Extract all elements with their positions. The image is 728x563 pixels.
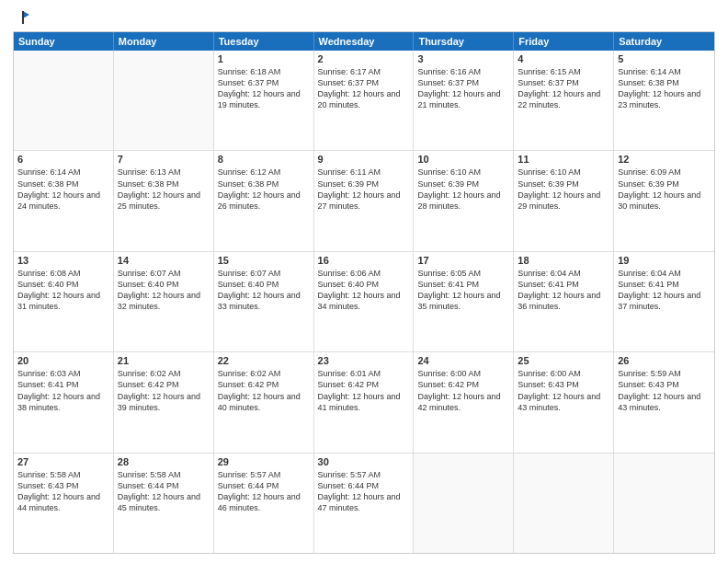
sunset-text: Sunset: 6:37 PM [417,77,509,88]
sunset-text: Sunset: 6:37 PM [318,77,410,88]
day-number: 13 [17,255,109,266]
day-number: 29 [218,456,310,467]
calendar-day-21: 21Sunrise: 6:02 AMSunset: 6:42 PMDayligh… [114,352,214,452]
sunset-text: Sunset: 6:39 PM [417,178,509,190]
sunset-text: Sunset: 6:39 PM [518,178,609,190]
calendar-day-10: 10Sunrise: 6:10 AMSunset: 6:39 PMDayligh… [414,151,514,250]
calendar-empty-cell [514,454,614,553]
day-number: 23 [318,355,410,366]
sunset-text: Sunset: 6:40 PM [218,279,310,290]
daylight-text: Daylight: 12 hours and 31 minutes. [17,290,109,312]
sunset-text: Sunset: 6:40 PM [17,279,109,290]
sunrise-text: Sunrise: 6:06 AM [318,268,410,279]
calendar-day-6: 6Sunrise: 6:14 AMSunset: 6:38 PMDaylight… [14,151,114,250]
sunrise-text: Sunrise: 6:11 AM [318,167,410,178]
sunrise-text: Sunrise: 6:17 AM [318,66,410,77]
sunrise-text: Sunrise: 6:14 AM [618,66,711,77]
weekday-header-friday: Friday [514,32,614,51]
calendar-day-16: 16Sunrise: 6:06 AMSunset: 6:40 PMDayligh… [314,252,415,351]
header [13,9,715,26]
sunset-text: Sunset: 6:42 PM [417,379,509,390]
calendar-week-5: 27Sunrise: 5:58 AMSunset: 6:43 PMDayligh… [14,454,714,553]
sunrise-text: Sunrise: 6:00 AM [417,368,509,379]
calendar-day-3: 3Sunrise: 6:16 AMSunset: 6:37 PMDaylight… [414,51,514,150]
sunset-text: Sunset: 6:41 PM [417,279,509,290]
daylight-text: Daylight: 12 hours and 38 minutes. [17,391,109,413]
daylight-text: Daylight: 12 hours and 43 minutes. [518,391,609,413]
weekday-header-tuesday: Tuesday [214,32,314,51]
daylight-text: Daylight: 12 hours and 33 minutes. [218,290,310,312]
daylight-text: Daylight: 12 hours and 41 minutes. [318,391,410,413]
sunrise-text: Sunrise: 6:18 AM [218,66,310,77]
calendar-day-1: 1Sunrise: 6:18 AMSunset: 6:37 PMDaylight… [214,51,314,150]
day-number: 10 [417,154,509,165]
calendar-day-29: 29Sunrise: 5:57 AMSunset: 6:44 PMDayligh… [214,454,314,553]
calendar-body: 1Sunrise: 6:18 AMSunset: 6:37 PMDaylight… [14,51,714,553]
day-number: 7 [118,154,210,165]
calendar-day-15: 15Sunrise: 6:07 AMSunset: 6:40 PMDayligh… [214,252,314,351]
day-number: 15 [218,255,310,266]
daylight-text: Daylight: 12 hours and 30 minutes. [618,190,711,212]
day-number: 4 [518,53,609,64]
weekday-header-saturday: Saturday [614,32,714,51]
sunset-text: Sunset: 6:44 PM [118,480,210,491]
sunset-text: Sunset: 6:39 PM [318,178,410,190]
calendar-day-14: 14Sunrise: 6:07 AMSunset: 6:40 PMDayligh… [114,252,214,351]
sunset-text: Sunset: 6:41 PM [17,379,109,390]
daylight-text: Daylight: 12 hours and 39 minutes. [118,391,210,413]
day-number: 1 [218,53,310,64]
sunset-text: Sunset: 6:44 PM [218,480,310,491]
sunset-text: Sunset: 6:43 PM [518,379,609,390]
sunrise-text: Sunrise: 6:16 AM [417,66,509,77]
calendar-day-23: 23Sunrise: 6:01 AMSunset: 6:42 PMDayligh… [314,352,415,452]
calendar-day-17: 17Sunrise: 6:05 AMSunset: 6:41 PMDayligh… [414,252,514,351]
calendar-day-19: 19Sunrise: 6:04 AMSunset: 6:41 PMDayligh… [614,252,714,351]
day-number: 14 [118,255,210,266]
calendar-empty-cell [114,51,214,150]
sunrise-text: Sunrise: 6:02 AM [218,368,310,379]
sunrise-text: Sunrise: 6:04 AM [518,268,609,279]
sunrise-text: Sunrise: 6:09 AM [618,167,711,178]
sunset-text: Sunset: 6:41 PM [518,279,609,290]
sunrise-text: Sunrise: 6:10 AM [417,167,509,178]
daylight-text: Daylight: 12 hours and 46 minutes. [218,491,310,513]
calendar-day-18: 18Sunrise: 6:04 AMSunset: 6:41 PMDayligh… [514,252,614,351]
day-number: 2 [318,53,410,64]
sunrise-text: Sunrise: 6:01 AM [318,368,410,379]
sunset-text: Sunset: 6:43 PM [618,379,711,390]
daylight-text: Daylight: 12 hours and 40 minutes. [218,391,310,413]
day-number: 18 [518,255,609,266]
sunrise-text: Sunrise: 6:10 AM [518,167,609,178]
sunset-text: Sunset: 6:39 PM [618,178,711,190]
daylight-text: Daylight: 12 hours and 22 minutes. [518,88,609,110]
daylight-text: Daylight: 12 hours and 23 minutes. [618,88,711,110]
logo-flag-icon [15,9,31,26]
weekday-header-wednesday: Wednesday [314,32,415,51]
day-number: 5 [618,53,711,64]
sunset-text: Sunset: 6:40 PM [118,279,210,290]
calendar-day-28: 28Sunrise: 5:58 AMSunset: 6:44 PMDayligh… [114,454,214,553]
weekday-header-monday: Monday [114,32,214,51]
daylight-text: Daylight: 12 hours and 47 minutes. [318,491,410,513]
calendar-day-24: 24Sunrise: 6:00 AMSunset: 6:42 PMDayligh… [414,352,514,452]
daylight-text: Daylight: 12 hours and 20 minutes. [318,88,410,110]
day-number: 26 [618,355,711,366]
calendar-day-4: 4Sunrise: 6:15 AMSunset: 6:37 PMDaylight… [514,51,614,150]
sunset-text: Sunset: 6:38 PM [17,178,109,190]
day-number: 9 [318,154,410,165]
day-number: 17 [417,255,509,266]
day-number: 27 [17,456,109,467]
sunrise-text: Sunrise: 6:14 AM [17,167,109,178]
sunrise-text: Sunrise: 6:12 AM [218,167,310,178]
day-number: 6 [17,154,109,165]
calendar-day-25: 25Sunrise: 6:00 AMSunset: 6:43 PMDayligh… [514,352,614,452]
daylight-text: Daylight: 12 hours and 25 minutes. [118,190,210,212]
sunset-text: Sunset: 6:42 PM [118,379,210,390]
sunset-text: Sunset: 6:43 PM [17,480,109,491]
daylight-text: Daylight: 12 hours and 45 minutes. [118,491,210,513]
weekday-header-sunday: Sunday [14,32,114,51]
calendar: SundayMondayTuesdayWednesdayThursdayFrid… [13,31,715,554]
calendar-empty-cell [14,51,114,150]
daylight-text: Daylight: 12 hours and 32 minutes. [118,290,210,312]
day-number: 19 [618,255,711,266]
